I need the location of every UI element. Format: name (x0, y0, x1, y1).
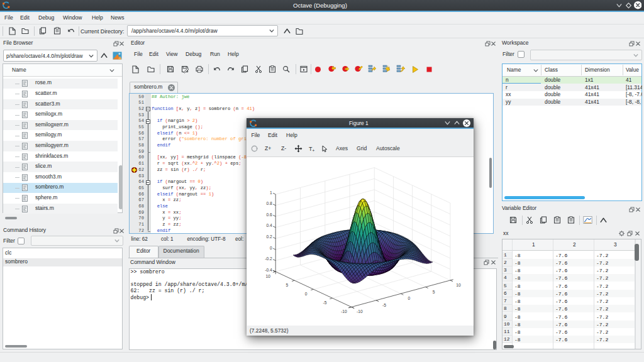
svg-text:0.6: 0.6 (266, 212, 272, 217)
svg-text:10: 10 (456, 283, 461, 287)
svg-text:0.4: 0.4 (266, 223, 272, 228)
svg-text:0.8: 0.8 (266, 201, 272, 206)
svg-text:5: 5 (433, 290, 435, 294)
svg-text:-5: -5 (323, 300, 327, 305)
svg-text:-0.4: -0.4 (265, 268, 272, 272)
svg-text:-0.2: -0.2 (265, 256, 272, 261)
svg-text:10: 10 (265, 274, 270, 278)
svg-text:0.2: 0.2 (266, 234, 272, 239)
svg-text:0: 0 (270, 246, 272, 250)
svg-text:0: 0 (305, 292, 308, 296)
svg-text:0: 0 (408, 296, 410, 300)
svg-text:-10: -10 (357, 309, 363, 314)
svg-text:1: 1 (270, 190, 272, 195)
svg-text:-10: -10 (341, 309, 347, 314)
svg-text:-5: -5 (382, 303, 386, 307)
svg-text:5: 5 (286, 283, 288, 287)
